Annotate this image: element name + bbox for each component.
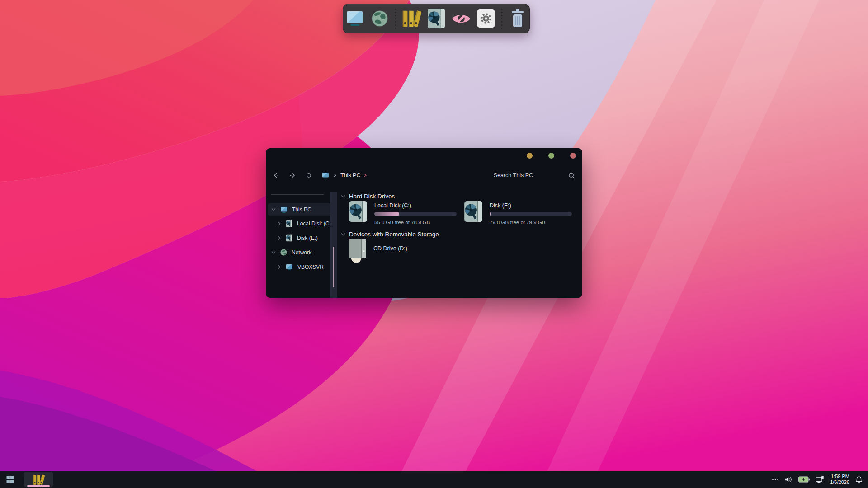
search-icon[interactable] xyxy=(568,170,575,181)
capacity-bar-fill xyxy=(374,212,399,216)
drive-label: Disk (E:) xyxy=(490,202,572,209)
capacity-bar xyxy=(490,212,572,216)
section-title: Hard Disk Drives xyxy=(349,193,395,200)
maximize-button[interactable] xyxy=(548,153,554,159)
forward-button[interactable] xyxy=(289,170,296,181)
clock-time: 1:59 PM xyxy=(831,474,849,480)
windows-logo-icon xyxy=(6,476,14,483)
dock-item-computer[interactable] xyxy=(345,7,365,30)
capacity-bar-fill xyxy=(490,212,491,216)
active-app-indicator xyxy=(27,485,50,487)
taskbar: 1:59 PM 1/6/2026 xyxy=(0,471,868,488)
chevron-right-icon[interactable] xyxy=(277,265,281,269)
sidebar-item-label: Network xyxy=(292,249,311,256)
chevron-right-icon[interactable] xyxy=(277,221,281,226)
sidebar-item-label: Disk (E:) xyxy=(297,235,318,241)
computer-icon xyxy=(286,264,293,270)
dock-divider xyxy=(395,8,396,29)
scrollbar-thumb[interactable] xyxy=(333,247,334,287)
drive-item-local-disk-c[interactable]: Local Disk (C:) 55.0 GB free of 78.9 GB xyxy=(348,201,457,225)
chevron-down-icon[interactable] xyxy=(271,208,276,211)
network-icon[interactable] xyxy=(816,471,824,488)
section-header-hard-disk-drives[interactable]: Hard Disk Drives xyxy=(341,192,395,201)
clock-date: 1/6/2026 xyxy=(830,479,849,486)
hard-disk-icon xyxy=(286,234,292,242)
computer-icon xyxy=(346,11,363,26)
chevron-down-icon[interactable] xyxy=(271,251,276,254)
chevron-down-icon xyxy=(341,233,345,236)
hard-disk-icon xyxy=(348,201,368,222)
hard-disk-icon xyxy=(286,220,292,227)
sidebar: This PC Local Disk (C:) xyxy=(266,192,330,298)
navigation-bar: This PC Search This PC xyxy=(266,167,582,183)
drive-item-cd-drive-d[interactable]: CD Drive (D:) xyxy=(348,239,407,263)
this-pc-icon xyxy=(322,170,329,181)
drive-free-space: 79.8 GB free of 79.9 GB xyxy=(490,220,572,225)
battery-charging-icon[interactable] xyxy=(798,471,810,488)
section-title: Devices with Removable Storage xyxy=(349,231,439,238)
files-library-icon xyxy=(401,8,421,29)
files-library-icon xyxy=(33,474,45,486)
sidebar-item-label: This PC xyxy=(292,206,311,213)
drive-label: Local Disk (C:) xyxy=(374,202,457,209)
scrollbar-track[interactable] xyxy=(330,192,337,298)
notifications-bell-icon[interactable] xyxy=(855,471,863,488)
taskbar-clock[interactable]: 1:59 PM 1/6/2026 xyxy=(830,474,849,486)
settings-gear-icon xyxy=(477,9,495,28)
breadcrumb[interactable]: This PC xyxy=(340,172,360,178)
recent-locations-button[interactable] xyxy=(306,170,312,181)
dock-item-globe[interactable] xyxy=(370,7,390,30)
close-button[interactable] xyxy=(570,153,576,159)
hard-disk-icon xyxy=(427,8,446,29)
globe-icon xyxy=(371,10,388,27)
dock-divider xyxy=(501,8,503,29)
sidebar-item-disk-e[interactable]: Disk (E:) xyxy=(268,232,337,244)
sidebar-divider xyxy=(271,194,324,195)
window-body: This PC Local Disk (C:) xyxy=(266,192,582,298)
globe-icon xyxy=(280,249,287,256)
start-button[interactable] xyxy=(0,471,20,488)
dock xyxy=(343,4,530,33)
back-button[interactable] xyxy=(273,170,279,181)
drive-label: CD Drive (D:) xyxy=(373,245,407,252)
trash-icon xyxy=(509,8,526,29)
capacity-bar xyxy=(374,212,457,216)
sidebar-item-this-pc[interactable]: This PC xyxy=(268,203,332,216)
cd-drive-icon xyxy=(348,239,367,263)
dock-item-trash[interactable] xyxy=(508,7,528,30)
dock-item-hard-disk[interactable] xyxy=(426,7,446,30)
sidebar-item-network[interactable]: Network xyxy=(268,246,332,258)
chevron-down-icon xyxy=(341,195,345,198)
desktop: This PC Search This PC xyxy=(0,0,868,488)
sidebar-item-local-disk-c[interactable]: Local Disk (C:) xyxy=(268,217,337,230)
window-controls xyxy=(527,153,576,159)
minimize-button[interactable] xyxy=(527,153,533,159)
chevron-right-icon[interactable] xyxy=(277,236,281,240)
drive-free-space: 55.0 GB free of 78.9 GB xyxy=(374,220,457,225)
sidebar-item-label: VBOXSVR xyxy=(297,264,324,270)
system-tray: 1:59 PM 1/6/2026 xyxy=(772,471,868,488)
volume-icon[interactable] xyxy=(785,471,793,488)
file-explorer-window: This PC Search This PC xyxy=(266,148,582,298)
dock-item-hidden-items[interactable] xyxy=(451,7,471,30)
hard-disk-icon xyxy=(463,201,483,222)
search-input[interactable]: Search This PC xyxy=(494,172,533,178)
sidebar-item-vboxsvr[interactable]: VBOXSVR xyxy=(268,261,337,273)
dock-item-files-library[interactable] xyxy=(401,7,421,30)
hidden-items-eye-icon xyxy=(451,12,471,26)
tray-overflow-icon[interactable] xyxy=(772,471,779,488)
section-header-removable-storage[interactable]: Devices with Removable Storage xyxy=(341,230,439,239)
drive-item-disk-e[interactable]: Disk (E:) 79.8 GB free of 79.9 GB xyxy=(463,201,572,225)
sidebar-item-label: Local Disk (C:) xyxy=(297,221,333,227)
breadcrumb-chevron-icon[interactable] xyxy=(363,170,367,181)
taskbar-app-file-manager[interactable] xyxy=(24,472,53,487)
computer-icon xyxy=(280,206,288,213)
dock-item-settings[interactable] xyxy=(476,7,496,30)
content-area: Hard Disk Drives Local Disk (C:) 55.0 GB… xyxy=(337,192,580,298)
breadcrumb-chevron-icon xyxy=(333,170,337,181)
